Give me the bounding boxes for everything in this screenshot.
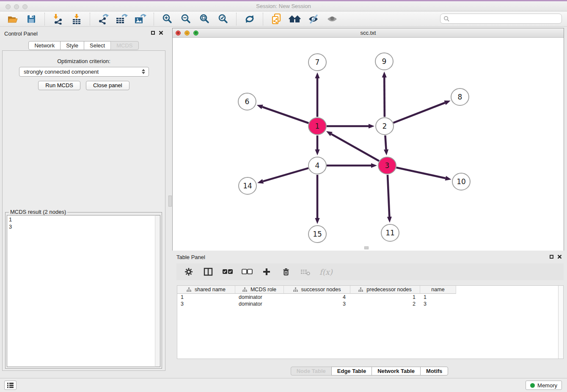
app-title: Session: New Session	[0, 1, 567, 11]
import-network-icon[interactable]	[52, 13, 64, 25]
criterion-value: strongly connected component	[24, 69, 99, 75]
tab-node-table[interactable]: Node Table	[291, 367, 332, 375]
import-table-icon[interactable]	[70, 13, 83, 25]
graph-node-14[interactable]: 14	[239, 177, 256, 194]
open-session-icon[interactable]	[6, 13, 19, 25]
run-mcds-button[interactable]: Run MCDS	[38, 81, 80, 90]
home-icon[interactable]	[289, 13, 301, 25]
show-columns-icon[interactable]	[203, 267, 214, 277]
column-header-shared-name[interactable]: shared name	[177, 286, 235, 294]
float-table-panel-icon[interactable]	[550, 255, 553, 259]
tab-select[interactable]: Select	[84, 41, 111, 50]
edge-arrowhead	[384, 149, 388, 155]
memory-button[interactable]: Memory	[526, 381, 562, 390]
table-panel-title: Table Panel	[176, 254, 205, 260]
zoom-selected-icon[interactable]	[217, 13, 229, 25]
tab-mcds[interactable]: MCDS	[110, 41, 138, 50]
graph-node-6[interactable]: 6	[238, 93, 256, 110]
graph-node-11[interactable]: 11	[381, 224, 399, 241]
graph-node-9[interactable]: 9	[375, 53, 393, 70]
mcds-result-item: 3	[9, 223, 153, 230]
graph-node-15[interactable]: 15	[308, 226, 326, 243]
table-settings-gear-icon[interactable]	[183, 267, 194, 277]
table-cell: 3	[420, 301, 456, 307]
network-from-selection-icon[interactable]	[270, 13, 283, 25]
save-session-icon[interactable]	[25, 13, 38, 25]
add-column-icon[interactable]	[261, 267, 272, 277]
edge-arrowhead	[371, 163, 377, 168]
tab-edge-table[interactable]: Edge Table	[331, 367, 372, 375]
graph-node-2[interactable]: 2	[376, 118, 394, 135]
close-window-icon[interactable]	[6, 4, 11, 9]
tab-motifs[interactable]: Motifs	[420, 367, 448, 375]
toolbar-separator	[154, 13, 154, 25]
edge-2-3[interactable]	[385, 135, 386, 149]
zoom-window-icon[interactable]	[22, 4, 28, 9]
window-controls[interactable]	[6, 4, 28, 9]
minimize-window-icon[interactable]	[14, 4, 19, 9]
graph-node-4[interactable]: 4	[308, 157, 326, 174]
graph-node-7[interactable]: 7	[308, 54, 326, 71]
minimize-network-icon[interactable]: −	[184, 30, 190, 36]
hide-elements-icon[interactable]	[307, 13, 320, 25]
graph-node-8[interactable]: 8	[451, 88, 469, 105]
tab-network[interactable]: Network	[28, 41, 61, 50]
edge-2-9[interactable]	[384, 77, 385, 117]
mcds-result-list[interactable]: 13	[7, 215, 155, 367]
export-table-icon[interactable]	[116, 13, 128, 25]
hierarchy-icon	[293, 287, 298, 292]
close-table-panel-icon[interactable]	[557, 254, 562, 259]
criterion-dropdown[interactable]: strongly connected component	[19, 67, 149, 77]
svg-text:1: 1	[315, 122, 320, 130]
close-panel-icon[interactable]	[159, 30, 163, 35]
edge-3-11[interactable]	[388, 175, 389, 217]
table-tabs: Node TableEdge TableNetwork TableMotifs	[172, 367, 567, 375]
show-elements-icon[interactable]	[326, 13, 339, 25]
network-window-title: scc.txt	[173, 28, 564, 37]
network-window-resize-grip[interactable]	[364, 246, 369, 249]
edge-arrowhead	[326, 131, 333, 136]
table-cell: 1	[350, 294, 420, 301]
task-history-button[interactable]	[4, 381, 17, 390]
svg-text:15: 15	[313, 230, 322, 238]
memory-label: Memory	[537, 382, 557, 389]
export-network-icon[interactable]	[97, 13, 110, 25]
delete-column-icon[interactable]	[281, 267, 292, 277]
maximize-network-icon[interactable]: +	[193, 30, 198, 36]
column-header-MCDS-role[interactable]: MCDS role	[235, 286, 284, 294]
edge-arrowhead	[257, 105, 263, 109]
column-header-successor-nodes[interactable]: successor nodes	[284, 286, 350, 294]
network-window-titlebar[interactable]: × − + scc.txt	[173, 28, 564, 38]
column-header-name[interactable]: name	[420, 286, 456, 294]
zoom-fit-icon[interactable]	[198, 13, 211, 25]
mcds-result-scrollbar[interactable]	[155, 215, 160, 367]
search-input[interactable]	[440, 14, 562, 24]
table-scrollbar[interactable]	[558, 286, 563, 359]
edge-2-8[interactable]	[394, 103, 445, 123]
tab-style[interactable]: Style	[60, 41, 84, 50]
graph-node-3[interactable]: 3	[378, 157, 396, 174]
network-canvas[interactable]: 7968124314101511	[173, 38, 564, 251]
column-header-predecessor-nodes[interactable]: predecessor nodes	[350, 286, 420, 294]
edge-4-14[interactable]	[263, 168, 308, 181]
table-row[interactable]: 3dominator323	[177, 301, 563, 307]
edge-1-6[interactable]	[262, 107, 308, 123]
graph-node-1[interactable]: 1	[308, 118, 326, 135]
close-network-icon[interactable]: ×	[176, 30, 181, 36]
zoom-out-icon[interactable]	[179, 13, 192, 25]
export-image-icon[interactable]	[134, 13, 147, 25]
panel-splitter-handle[interactable]	[168, 196, 172, 207]
edge-arrowhead	[369, 124, 374, 128]
edge-3-10[interactable]	[396, 168, 445, 178]
float-panel-icon[interactable]	[151, 31, 155, 35]
edge-3-1[interactable]	[331, 134, 379, 161]
zoom-in-icon[interactable]	[161, 13, 173, 25]
close-panel-button[interactable]: Close panel	[86, 81, 129, 90]
table-row[interactable]: 1dominator411	[177, 294, 563, 301]
tab-network-table[interactable]: Network Table	[372, 367, 421, 375]
graph-node-10[interactable]: 10	[452, 173, 470, 190]
select-all-rows-icon[interactable]	[222, 267, 233, 277]
toolbar-separator	[90, 13, 90, 25]
refresh-view-icon[interactable]	[243, 13, 256, 25]
deselect-all-rows-icon[interactable]	[242, 267, 253, 277]
